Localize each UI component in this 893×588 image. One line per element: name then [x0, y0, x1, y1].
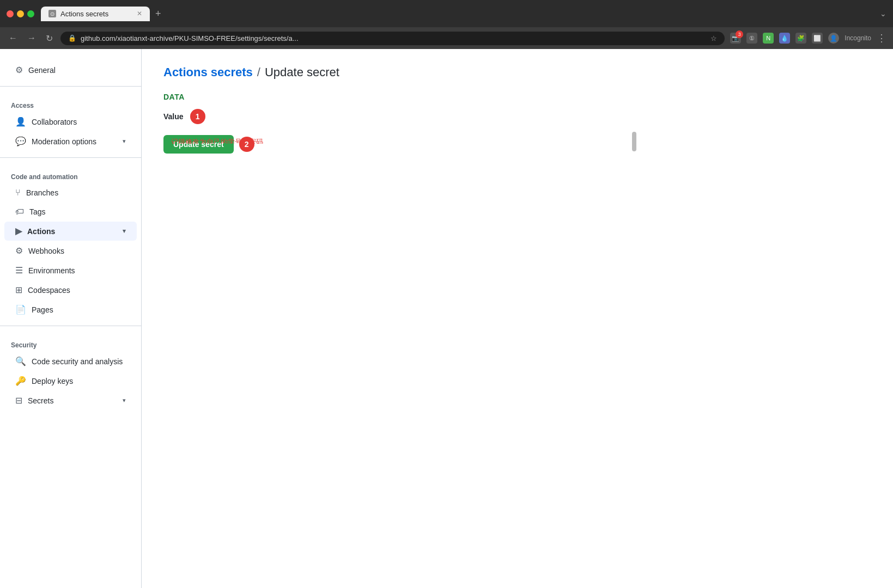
shield-icon: 🔍 — [15, 356, 26, 366]
page-layout: ⚙ General Access 👤 Collaborators 💬 Moder… — [0, 49, 893, 588]
incognito-label: Incognito — [845, 34, 871, 42]
sidebar-actions-label: Actions — [27, 227, 55, 236]
tab-bar: ⊙ Actions secrets ✕ + ⌄ — [41, 7, 886, 21]
url-text: github.com/xiaotianxt-archive/PKU-SIMSO-… — [81, 34, 706, 42]
breadcrumb: Actions secrets / Update secret — [163, 65, 871, 79]
sidebar-section-access: Access — [0, 93, 141, 112]
gear-icon: ⚙ — [15, 65, 23, 75]
environment-icon: ☰ — [15, 265, 23, 275]
sidebar-collaborators-label: Collaborators — [32, 118, 77, 126]
step-1-number: 1 — [196, 112, 200, 121]
sidebar-general-label: General — [28, 66, 56, 75]
sidebar-moderation-label: Moderation options — [32, 137, 96, 146]
breadcrumb-separator: / — [257, 65, 260, 79]
sidebar-secrets-label: Secrets — [28, 396, 53, 405]
sidebar-divider-2 — [0, 157, 141, 158]
tab-expand-icon[interactable]: ⌄ — [880, 9, 886, 18]
browser-actions: 📷 3 ① N 💧 🧩 ⬜ 👤 Incognito ⋮ — [730, 32, 886, 44]
more-options-icon[interactable]: ⋮ — [877, 32, 886, 44]
branches-icon: ⑂ — [15, 188, 21, 198]
camera-ext-icon[interactable]: 📷 3 — [730, 33, 741, 44]
tab-title: Actions secrets — [60, 10, 108, 18]
drop-ext-icon[interactable]: 💧 — [779, 33, 790, 44]
moderation-expand-icon: ▾ — [123, 138, 126, 145]
step-1-badge: 1 — [190, 109, 205, 124]
traffic-lights — [7, 10, 34, 17]
minimize-button-tl[interactable] — [17, 10, 24, 17]
sidebar-item-collaborators[interactable]: 👤 Collaborators — [4, 112, 137, 131]
sidebar-deploy-keys-label: Deploy keys — [32, 377, 73, 385]
sidebar-divider-3 — [0, 326, 141, 326]
sidebar-item-deploy-keys[interactable]: 🔑 Deploy keys — [4, 371, 137, 390]
sidebar-codespaces-label: Codespaces — [28, 286, 70, 295]
close-button-tl[interactable] — [7, 10, 14, 17]
tab-close-icon[interactable]: ✕ — [137, 10, 142, 17]
new-tab-button[interactable]: + — [152, 8, 165, 20]
sidebar-item-actions[interactable]: ▶ Actions ▾ — [4, 222, 137, 241]
data-section-heading: DATA — [163, 93, 871, 101]
sidebar-tags-label: Tags — [29, 207, 46, 216]
sidebar-item-moderation[interactable]: 💬 Moderation options ▾ — [4, 132, 137, 151]
sidebar-section-code: Code and automation — [0, 164, 141, 183]
sidebar-branches-label: Branches — [26, 188, 58, 197]
value-label-row: Value 1 — [163, 109, 871, 124]
codespaces-icon: ⊞ — [15, 285, 22, 295]
password-ext-icon[interactable]: ① — [746, 33, 757, 44]
breadcrumb-link[interactable]: Actions secrets — [163, 65, 253, 79]
key-icon: 🔑 — [15, 376, 26, 386]
sidebar-item-tags[interactable]: 🏷 Tags — [4, 203, 137, 221]
tab-favicon: ⊙ — [48, 10, 56, 17]
sidebar-item-environments[interactable]: ☰ Environments — [4, 261, 137, 280]
sidebar-webhooks-label: Webhooks — [28, 247, 64, 255]
url-bar[interactable]: 🔒 github.com/xiaotianxt-archive/PKU-SIMS… — [60, 32, 725, 45]
bookmark-icon[interactable]: ☆ — [710, 34, 717, 42]
actions-expand-icon: ▾ — [123, 228, 126, 235]
puzzle-ext-icon[interactable]: 🧩 — [795, 33, 806, 44]
address-bar: ← → ↻ 🔒 github.com/xiaotianxt-archive/PK… — [0, 27, 893, 49]
sidebar-item-branches[interactable]: ⑂ Branches — [4, 183, 137, 202]
sidebar: ⚙ General Access 👤 Collaborators 💬 Moder… — [0, 49, 142, 588]
secrets-expand-icon: ▾ — [123, 397, 126, 404]
sidebar-item-webhooks[interactable]: ⚙ Webhooks — [4, 241, 137, 260]
breadcrumb-current: Update secret — [265, 65, 339, 79]
person-icon: 👤 — [15, 117, 26, 127]
sidebar-ext-icon[interactable]: ⬜ — [812, 33, 823, 44]
n-ext-icon[interactable]: N — [763, 33, 774, 44]
tag-icon: 🏷 — [15, 207, 24, 217]
moderation-icon: 💬 — [15, 136, 26, 146]
webhook-icon: ⚙ — [15, 246, 23, 256]
value-label: Value — [163, 112, 184, 121]
browser-chrome: ⊙ Actions secrets ✕ + ⌄ — [0, 0, 893, 27]
main-content: Actions secrets / Update secret DATA Val… — [142, 49, 893, 588]
actions-icon: ▶ — [15, 226, 22, 236]
sidebar-divider-1 — [0, 86, 141, 87]
pages-icon: 📄 — [15, 304, 26, 315]
forward-button[interactable]: → — [25, 32, 38, 44]
avatar-ext-icon[interactable]: 👤 — [828, 33, 839, 44]
lock-icon: 🔒 — [68, 34, 76, 42]
secrets-icon: ⊟ — [15, 395, 22, 406]
active-tab[interactable]: ⊙ Actions secrets ✕ — [41, 7, 150, 21]
sidebar-pages-label: Pages — [32, 305, 53, 314]
fullscreen-button-tl[interactable] — [27, 10, 34, 17]
sidebar-environments-label: Environments — [28, 266, 75, 275]
sidebar-section-security: Security — [0, 333, 141, 351]
sidebar-item-code-security[interactable]: 🔍 Code security and analysis — [4, 352, 137, 371]
back-button[interactable]: ← — [7, 32, 20, 44]
sidebar-item-general[interactable]: ⚙ General — [4, 60, 137, 79]
reload-button[interactable]: ↻ — [44, 32, 55, 45]
sidebar-code-security-label: Code security and analysis — [32, 357, 123, 366]
sidebar-item-codespaces[interactable]: ⊞ Codespaces — [4, 280, 137, 299]
sidebar-item-secrets[interactable]: ⊟ Secrets ▾ — [4, 391, 137, 410]
sidebar-item-pages[interactable]: 📄 Pages — [4, 300, 137, 319]
